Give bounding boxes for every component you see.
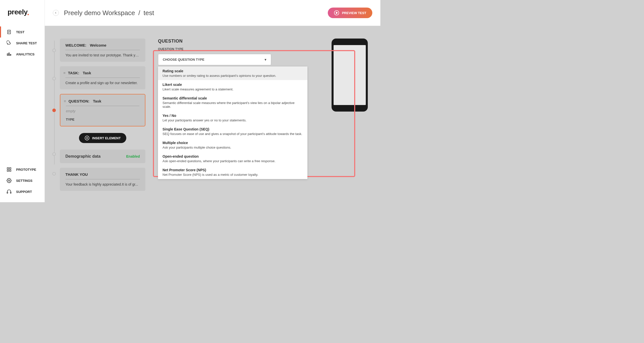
card-body: Create a profile and sign up for our new… <box>65 81 140 85</box>
breadcrumb: Preely demo Workspace / test <box>64 9 328 17</box>
card-label: WELCOME: <box>65 43 86 47</box>
card-body-empty: empty <box>66 109 139 113</box>
caret-down-icon: ▾ <box>265 58 266 61</box>
svg-rect-6 <box>10 54 11 55</box>
sidebar-item-settings[interactable]: SETTINGS <box>0 175 45 186</box>
grid-icon <box>7 167 12 172</box>
dropdown-option-multiple-choice[interactable]: Multiple choice Ask your participants mu… <box>158 138 307 152</box>
option-desc: Ask open-ended questions, where your par… <box>163 159 303 163</box>
sidebar-item-support[interactable]: SUPPORT <box>0 186 45 197</box>
option-title: Likert scale <box>163 83 303 87</box>
option-title: Rating scale <box>163 69 303 73</box>
dropdown-option-open-ended[interactable]: Open-ended question Ask open-ended quest… <box>158 152 307 165</box>
preview-test-label: PREVIEW TEST <box>342 11 366 15</box>
card-label: THANK YOU <box>65 172 88 177</box>
option-desc: Let your participants answer yes or no t… <box>163 118 303 122</box>
timeline-card-thankyou[interactable]: THANK YOU Your feedback is highly apprec… <box>60 168 145 191</box>
timeline-card-demographic[interactable]: Demographic data Enabled <box>60 150 145 163</box>
header: Preely demo Workspace / test PREVIEW TES… <box>45 0 380 26</box>
option-desc: SEQ focuses on ease of use and gives a s… <box>163 132 303 136</box>
svg-marker-15 <box>336 12 338 14</box>
chevron-left-icon <box>55 12 57 14</box>
sidebar-item-label: ANALYTICS <box>16 52 34 56</box>
option-desc: Net Promoter Score (NPS) is used as a me… <box>163 173 303 177</box>
card-type-label: TYPE <box>66 118 139 121</box>
timeline-column: WELCOME: Welcome You are invited to test… <box>52 39 145 195</box>
dropdown-option-yes-no[interactable]: Yes / No Let your participants answer ye… <box>158 111 307 125</box>
logo-text: preely <box>8 8 28 16</box>
sidebar-item-analytics[interactable]: ANALYTICS <box>0 49 45 60</box>
sidebar-item-test[interactable]: TEST <box>0 26 45 38</box>
option-title: Single Ease Question (SEQ) <box>163 127 303 131</box>
preview-test-button[interactable]: PREVIEW TEST <box>328 8 372 18</box>
option-desc: Ask your participants multiple choice qu… <box>163 146 303 149</box>
card-body: You are invited to test our prototype. T… <box>65 53 140 57</box>
dropdown-option-likert-scale[interactable]: Likert scale Likert scale measures agree… <box>158 80 307 94</box>
sidebar-item-label: SETTINGS <box>16 179 32 183</box>
dropdown-option-rating-scale[interactable]: Rating scale Use numbers or smiley ratin… <box>158 66 307 80</box>
timeline-card-task[interactable]: = TASK: Task Create a profile and sign u… <box>60 66 145 89</box>
dropdown-option-seq[interactable]: Single Ease Question (SEQ) SEQ focuses o… <box>158 125 307 138</box>
question-type-dropdown[interactable]: CHOOSE QUESTION TYPE ▾ <box>158 54 271 65</box>
insert-element-label: INSERT ELEMENT <box>92 136 120 140</box>
card-body: Your feedback is highly appreciated.It i… <box>65 182 140 186</box>
sidebar: preely. TEST SHARE TEST ANALYTICS PROTOT… <box>0 0 45 202</box>
sidebar-item-label: SHARE TEST <box>16 41 37 45</box>
svg-point-11 <box>9 180 10 181</box>
analytics-icon <box>7 52 12 57</box>
logo: preely. <box>0 0 45 26</box>
svg-rect-8 <box>10 168 11 169</box>
svg-rect-5 <box>9 53 9 55</box>
svg-rect-7 <box>7 168 9 169</box>
logo-dot-icon: . <box>27 8 29 17</box>
dropdown-placeholder: CHOOSE QUESTION TYPE <box>163 58 204 61</box>
sidebar-item-label: SUPPORT <box>16 190 32 194</box>
option-title: Net Promoter Score (NPS) <box>163 168 303 172</box>
back-button[interactable] <box>53 10 59 16</box>
drag-handle-icon[interactable]: = <box>63 71 65 75</box>
option-desc: Use numbers or smiley rating to assess p… <box>163 74 303 78</box>
phone-frame <box>332 39 368 112</box>
gear-icon <box>7 178 12 183</box>
option-desc: Semantic differential scale measures whe… <box>163 101 303 109</box>
drag-handle-icon[interactable]: = <box>64 99 66 103</box>
demographic-status: Enabled <box>126 154 140 158</box>
dropdown-option-nps[interactable]: Net Promoter Score (NPS) Net Promoter Sc… <box>158 165 307 179</box>
phone-preview <box>332 39 368 112</box>
option-title: Yes / No <box>163 114 303 118</box>
card-value: Task <box>83 71 91 75</box>
option-title: Open-ended question <box>163 154 303 158</box>
dropdown-option-semantic-differential[interactable]: Semantic differential scale Semantic dif… <box>158 94 307 111</box>
breadcrumb-separator: / <box>138 9 140 17</box>
card-value: Task <box>93 99 101 103</box>
timeline-card-question[interactable]: = QUESTION: Task empty TYPE <box>60 94 145 126</box>
insert-element-button[interactable]: INSERT ELEMENT <box>79 133 126 143</box>
breadcrumb-workspace[interactable]: Preely demo Workspace <box>64 9 135 17</box>
card-label: QUESTION: <box>68 99 89 103</box>
question-panel: QUESTION QUESTION TYPE CHOOSE QUESTION T… <box>158 39 373 195</box>
svg-rect-9 <box>7 170 9 172</box>
sidebar-item-prototype[interactable]: PROTOTYPE <box>0 164 45 175</box>
option-desc: Likert scale measures agreement to a sta… <box>163 87 303 91</box>
question-type-dropdown-list: Rating scale Use numbers or smiley ratin… <box>158 66 307 179</box>
sidebar-item-label: PROTOTYPE <box>16 168 36 172</box>
svg-rect-4 <box>7 54 8 55</box>
sidebar-item-share-test[interactable]: SHARE TEST <box>0 38 45 49</box>
sidebar-item-label: TEST <box>16 30 24 34</box>
svg-rect-12 <box>7 192 8 193</box>
breadcrumb-current: test <box>143 9 154 17</box>
timeline-card-welcome[interactable]: WELCOME: Welcome You are invited to test… <box>60 39 145 62</box>
svg-rect-10 <box>10 170 11 172</box>
document-icon <box>7 29 12 35</box>
chat-icon <box>7 41 12 46</box>
demographic-title: Demographic data <box>65 154 101 159</box>
play-circle-icon <box>334 10 339 16</box>
headset-icon <box>7 189 12 194</box>
card-value: Welcome <box>90 43 106 47</box>
card-label: TASK: <box>68 71 79 75</box>
plus-circle-icon <box>85 135 90 141</box>
svg-rect-13 <box>10 192 11 193</box>
option-title: Multiple choice <box>163 141 303 145</box>
option-title: Semantic differential scale <box>163 96 303 100</box>
